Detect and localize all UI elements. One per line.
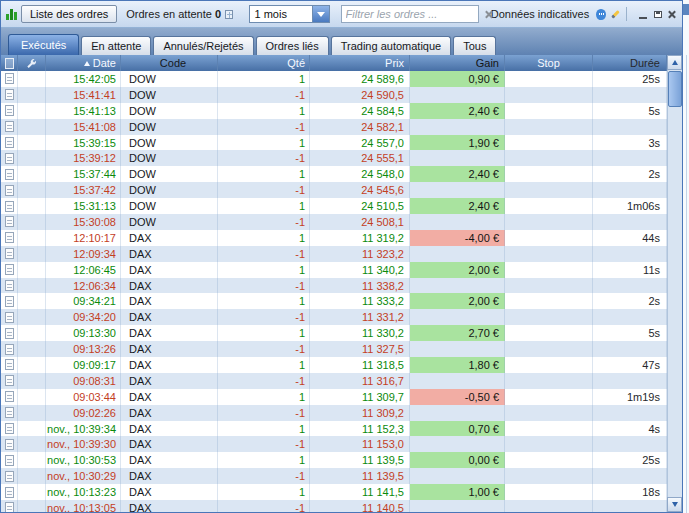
- orders-list-button[interactable]: Liste des ordres: [21, 5, 117, 23]
- cell-code: DAX: [121, 325, 218, 341]
- clear-filter-icon[interactable]: [484, 10, 491, 19]
- cell-prix: 24 555,1: [310, 150, 410, 166]
- pending-orders-panel-icon[interactable]: [225, 10, 233, 19]
- cell-stop: [505, 214, 593, 230]
- cell-stop: [505, 293, 593, 309]
- arrow-up-icon: [672, 60, 678, 65]
- cell-order-icon: [1, 150, 18, 166]
- cell-duree: 18s: [593, 484, 667, 500]
- table-row[interactable]: 15:37:42DOW-124 545,6: [1, 182, 667, 198]
- close-button[interactable]: [667, 8, 677, 21]
- cell-qty: 1: [218, 103, 310, 119]
- titlebar-separator: [626, 7, 627, 21]
- table-row[interactable]: 12:06:34DAX-111 338,2: [1, 278, 667, 294]
- header-duree[interactable]: Durée: [593, 55, 667, 71]
- scrollbar-track[interactable]: [667, 70, 682, 497]
- header-stop[interactable]: Stop: [505, 55, 593, 71]
- cell-qty: 1: [218, 452, 310, 468]
- cell-tools: [18, 452, 46, 468]
- table-row[interactable]: 15:42:05DOW124 589,60,90 €25s: [1, 71, 667, 87]
- tab-executes[interactable]: Exécutés: [8, 34, 79, 55]
- cell-qty: 1: [218, 484, 310, 500]
- order-doc-icon: [5, 105, 14, 116]
- period-select[interactable]: 1 mois: [249, 5, 330, 23]
- table-row[interactable]: 15:41:41DOW-124 590,5: [1, 87, 667, 103]
- cell-gain: [410, 182, 505, 198]
- cell-prix: 11 140,5: [310, 500, 410, 512]
- header-qty[interactable]: Qté: [218, 55, 310, 71]
- cell-stop: [505, 182, 593, 198]
- cell-gain: -4,00 €: [410, 230, 505, 246]
- cell-gain: 1,80 €: [410, 357, 505, 373]
- table-row[interactable]: 22 nov., 10:13:23DAX111 141,51,00 €18s: [1, 484, 667, 500]
- edit-icon[interactable]: [611, 10, 619, 18]
- cell-duree: [593, 214, 667, 230]
- table-row[interactable]: 12:10:17DAX111 319,2-4,00 €44s: [1, 230, 667, 246]
- tab-annules-rejetes[interactable]: Annulés/Rejetés: [153, 36, 253, 55]
- table-row[interactable]: 22 nov., 10:30:53DAX111 139,50,00 €25s: [1, 452, 667, 468]
- table-row[interactable]: 22 nov., 10:39:30DAX-111 153,0: [1, 436, 667, 452]
- vertical-scrollbar[interactable]: [667, 55, 682, 512]
- table-row[interactable]: 15:30:08DOW-124 508,1: [1, 214, 667, 230]
- table-row[interactable]: 22 nov., 10:13:05DAX-111 140,5: [1, 500, 667, 512]
- table-row[interactable]: 22 nov., 10:39:34DAX111 152,30,70 €4s: [1, 421, 667, 437]
- restore-button[interactable]: [652, 8, 662, 21]
- cell-order-icon: [1, 230, 18, 246]
- cell-tools: [18, 341, 46, 357]
- tab-ordres-lies[interactable]: Ordres liés: [256, 36, 329, 55]
- chevron-down-icon[interactable]: [312, 6, 329, 22]
- tab-trading-automatique[interactable]: Trading automatique: [331, 36, 452, 55]
- table-row[interactable]: 09:03:44DAX111 309,7-0,50 €1m19s: [1, 389, 667, 405]
- tab-en-attente[interactable]: En attente: [81, 36, 151, 55]
- cell-duree: 3s: [593, 135, 667, 151]
- background-window-fragment: [683, 4, 689, 15]
- help-bubble-icon[interactable]: [596, 9, 605, 20]
- header-prix[interactable]: Prix: [310, 55, 410, 71]
- table-row[interactable]: 15:41:13DOW124 584,52,40 €5s: [1, 103, 667, 119]
- scroll-up-button[interactable]: [667, 55, 682, 70]
- table-row[interactable]: 09:34:20DAX-111 331,2: [1, 309, 667, 325]
- cell-prix: 24 508,1: [310, 214, 410, 230]
- cell-duree: [593, 87, 667, 103]
- order-doc-icon: [5, 471, 14, 482]
- minimize-button[interactable]: [638, 8, 648, 21]
- table-row[interactable]: 09:13:26DAX-111 327,5: [1, 341, 667, 357]
- cell-gain: [410, 436, 505, 452]
- cell-date: 12:06:45: [46, 262, 121, 278]
- cell-date: 22 nov., 10:39:30: [46, 436, 121, 452]
- header-doc-column[interactable]: [1, 55, 18, 71]
- cell-prix: 24 589,6: [310, 71, 410, 87]
- table-row[interactable]: 09:02:26DAX-111 309,2: [1, 405, 667, 421]
- table-row[interactable]: 15:39:15DOW124 557,01,90 €3s: [1, 135, 667, 151]
- table-row[interactable]: 15:31:13DOW124 510,52,40 €1m06s: [1, 198, 667, 214]
- cell-order-icon: [1, 87, 18, 103]
- cell-order-icon: [1, 135, 18, 151]
- table-row[interactable]: 09:09:17DAX111 318,51,80 €47s: [1, 357, 667, 373]
- header-tools-column[interactable]: [18, 55, 46, 71]
- table-row[interactable]: 15:39:12DOW-124 555,1: [1, 150, 667, 166]
- table-row[interactable]: 22 nov., 10:30:29DAX-111 139,5: [1, 468, 667, 484]
- cell-code: DAX: [121, 405, 218, 421]
- scroll-down-button[interactable]: [667, 497, 682, 512]
- scrollbar-thumb[interactable]: [668, 71, 682, 107]
- cell-gain: [410, 119, 505, 135]
- cell-date: 09:34:21: [46, 293, 121, 309]
- table-row[interactable]: 09:13:30DAX111 330,22,70 €5s: [1, 325, 667, 341]
- order-doc-icon: [5, 73, 14, 84]
- table-row[interactable]: 12:09:34DAX-111 323,2: [1, 246, 667, 262]
- filter-orders-input[interactable]: [341, 5, 479, 23]
- cell-date: 15:42:05: [46, 71, 121, 87]
- cell-qty: -1: [218, 373, 310, 389]
- cell-code: DOW: [121, 182, 218, 198]
- header-gain[interactable]: Gain: [410, 55, 505, 71]
- header-date[interactable]: Date: [46, 55, 121, 71]
- table-row[interactable]: 15:41:08DOW-124 582,1: [1, 119, 667, 135]
- table-row[interactable]: 12:06:45DAX111 340,22,00 €11s: [1, 262, 667, 278]
- table-row[interactable]: 09:08:31DAX-111 316,7: [1, 373, 667, 389]
- table-row[interactable]: 15:37:44DOW124 548,02,40 €2s: [1, 166, 667, 182]
- header-code[interactable]: Code: [121, 55, 218, 71]
- cell-gain: [410, 150, 505, 166]
- cell-gain: [410, 214, 505, 230]
- tab-tous[interactable]: Tous: [453, 36, 496, 55]
- table-row[interactable]: 09:34:21DAX111 333,22,00 €2s: [1, 293, 667, 309]
